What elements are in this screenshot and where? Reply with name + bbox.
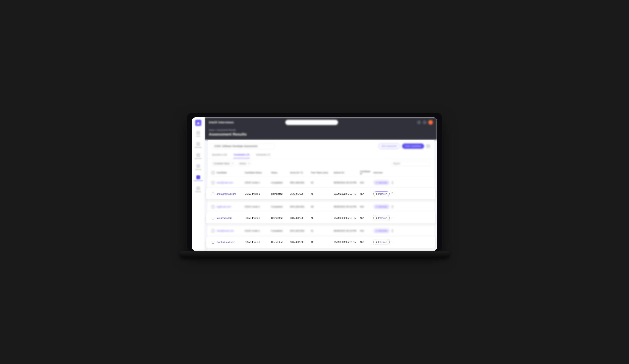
interview-button[interactable]: +Interview bbox=[373, 216, 390, 220]
col-submit: Submit On bbox=[334, 171, 360, 174]
tab-questions[interactable]: Questions (10) bbox=[212, 152, 227, 158]
global-search[interactable] bbox=[285, 120, 338, 125]
row-checkbox[interactable] bbox=[212, 205, 214, 208]
sidebar-item-reports[interactable]: Reports bbox=[193, 186, 203, 193]
table-row: ravi@mail.comCDAC-Invite-1Completed83% (… bbox=[206, 212, 435, 224]
sidebar-label: Reports bbox=[195, 191, 201, 193]
tab-schedules[interactable]: Schedules (7) bbox=[256, 152, 271, 158]
breadcrumb: Home > Assessment Results bbox=[209, 129, 433, 131]
settings-icon[interactable] bbox=[426, 144, 430, 148]
row-checkbox[interactable] bbox=[212, 181, 214, 184]
main-area: IntelX Interviews Home > Assessment Resu… bbox=[205, 117, 437, 251]
row-checkbox[interactable] bbox=[212, 241, 214, 243]
cell-status: Completed bbox=[271, 241, 290, 243]
table-search-input[interactable] bbox=[391, 161, 430, 166]
content-panel: CDAC Software Developer Assessment Edit … bbox=[205, 140, 437, 251]
assessments-icon bbox=[196, 175, 200, 179]
col-time: Time Taken (min) bbox=[311, 171, 334, 174]
notifications-icon[interactable] bbox=[417, 121, 421, 124]
cell-submit: 06/09/2022 05:19 PM bbox=[334, 217, 360, 219]
cell-status: Completed bbox=[271, 193, 290, 195]
row-menu-button[interactable] bbox=[391, 229, 394, 233]
col-score: Score (% / T) bbox=[290, 171, 311, 174]
plus-icon: + bbox=[376, 217, 377, 219]
sidebar-label: Questions bbox=[194, 158, 202, 159]
candidate-email-link[interactable]: ravi@mail.com bbox=[216, 217, 232, 219]
status-filter[interactable]: Candidate Status bbox=[212, 161, 235, 166]
apps-icon[interactable] bbox=[423, 121, 427, 124]
plus-icon: + bbox=[376, 181, 377, 184]
sidebar: ◆ Home Interviews Questions Structure As… bbox=[192, 117, 205, 251]
tab-candidates[interactable]: Candidates (7) bbox=[233, 152, 250, 158]
interview-button[interactable]: +Interview bbox=[373, 229, 390, 233]
candidate-email-link[interactable]: Sweta@mail.com bbox=[216, 241, 235, 243]
user-avatar[interactable] bbox=[428, 120, 433, 125]
cell-time: 48 bbox=[311, 205, 334, 208]
table-row: neha@mail.comCDAC-Invite-1Completed82% (… bbox=[208, 225, 434, 237]
cell-ip: N/A bbox=[360, 181, 373, 184]
cell-score: 85% (85/100) bbox=[290, 193, 311, 195]
table-row: raj@mail.comCDAC-Invite-1Completed84% (8… bbox=[208, 201, 434, 212]
card-header: CDAC Software Developer Assessment Edit … bbox=[208, 140, 434, 150]
actions-dropdown[interactable]: Actions bbox=[237, 161, 251, 166]
cell-time: 42 bbox=[311, 181, 334, 184]
results-card: CDAC Software Developer Assessment Edit … bbox=[208, 140, 434, 251]
candidate-email-link[interactable]: user@mail.com bbox=[216, 181, 233, 184]
table-row: meg@mail.comCDAC-Invite-1Completed75% (7… bbox=[208, 249, 434, 251]
laptop-frame: ◆ Home Interviews Questions Structure As… bbox=[187, 113, 442, 251]
candidate-email-link[interactable]: neha@mail.com bbox=[216, 230, 234, 232]
sidebar-item-home[interactable]: Home bbox=[193, 131, 203, 137]
cell-status: Completed bbox=[271, 230, 290, 232]
cell-status: Completed bbox=[271, 217, 290, 219]
row-menu-button[interactable] bbox=[391, 216, 394, 220]
sidebar-item-assessments[interactable]: Assessments bbox=[193, 175, 203, 181]
cell-ip: N/A bbox=[360, 217, 373, 219]
cell-time: 45 bbox=[311, 193, 334, 195]
cell-ip: N/A bbox=[360, 193, 373, 195]
plus-icon: + bbox=[376, 230, 377, 232]
row-menu-button[interactable] bbox=[391, 205, 394, 209]
cell-submit: 06/09/2022 05:19 PM bbox=[334, 205, 360, 208]
cell-submit: 06/09/2022 05:19 PM bbox=[334, 181, 360, 184]
app-logo: ◆ bbox=[195, 120, 201, 126]
cell-score: 80% (80/100) bbox=[290, 241, 311, 243]
cell-status: Completed bbox=[271, 205, 290, 208]
row-menu-button[interactable] bbox=[391, 192, 394, 196]
interview-button[interactable]: +Interview bbox=[373, 204, 390, 209]
app-screen: ◆ Home Interviews Questions Structure As… bbox=[192, 117, 437, 251]
row-menu-button[interactable] bbox=[391, 241, 394, 244]
table-row: anurag@mail.comCDAC-Invite-1Completed85%… bbox=[206, 188, 435, 199]
structure-icon bbox=[196, 164, 200, 168]
candidate-email-link[interactable]: anurag@mail.com bbox=[216, 193, 236, 195]
cell-invite: CDAC-Invite-1 bbox=[245, 217, 271, 219]
sidebar-item-questions[interactable]: Questions bbox=[193, 153, 203, 159]
assessment-select[interactable]: CDAC Software Developer Assessment bbox=[212, 143, 275, 149]
col-invite: Candidate Status bbox=[245, 171, 271, 174]
cell-ip: N/A bbox=[360, 241, 373, 243]
row-checkbox[interactable] bbox=[212, 193, 214, 195]
sidebar-label: Structure bbox=[195, 169, 201, 170]
sidebar-item-interviews[interactable]: Interviews bbox=[193, 142, 203, 148]
invite-candidates-button[interactable]: Invite Candidates bbox=[402, 143, 424, 149]
table-body: user@mail.comCDAC-Invite-1Completed90% (… bbox=[208, 177, 434, 251]
interview-button[interactable]: +Interview bbox=[373, 180, 390, 185]
col-status: Status bbox=[271, 171, 290, 174]
cell-time: 40 bbox=[311, 241, 334, 243]
select-all-checkbox[interactable] bbox=[212, 171, 214, 174]
cell-submit: 06/09/2022 05:19 PM bbox=[334, 241, 360, 243]
interview-button[interactable]: +Interview bbox=[373, 192, 390, 196]
topbar: IntelX Interviews Home > Assessment Resu… bbox=[205, 117, 437, 140]
row-checkbox[interactable] bbox=[212, 230, 214, 232]
row-checkbox[interactable] bbox=[212, 217, 214, 220]
sidebar-label: Interviews bbox=[194, 146, 202, 148]
home-icon bbox=[196, 131, 200, 135]
candidate-email-link[interactable]: raj@mail.com bbox=[216, 205, 231, 208]
page-title: Assessment Results bbox=[209, 132, 433, 137]
cell-invite: CDAC-Invite-1 bbox=[245, 193, 271, 195]
edit-assessment-button[interactable]: Edit Assessment bbox=[379, 143, 400, 149]
sidebar-item-structure[interactable]: Structure bbox=[193, 164, 203, 170]
cell-score: 82% (82/100) bbox=[290, 230, 311, 232]
cell-score: 83% (83/100) bbox=[290, 217, 311, 219]
row-menu-button[interactable] bbox=[391, 181, 394, 184]
interview-button[interactable]: +Interview bbox=[373, 240, 390, 244]
